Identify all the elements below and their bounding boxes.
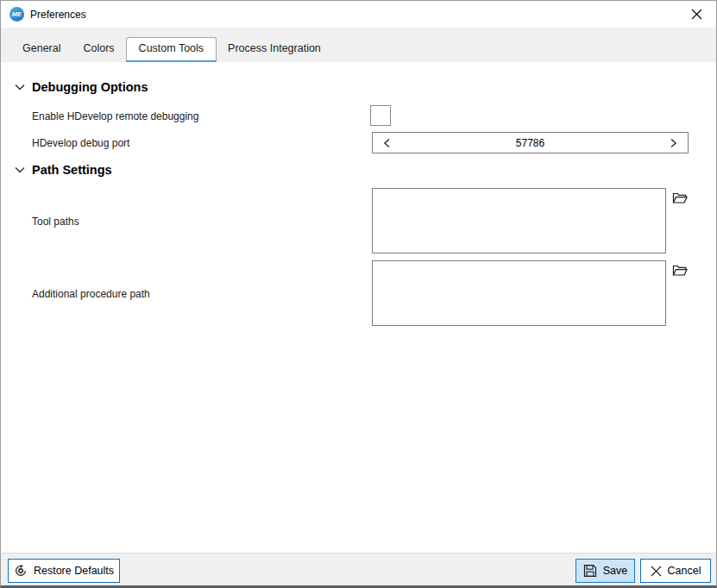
section-path-settings[interactable]: Path Settings (13, 163, 112, 177)
folder-open-icon (672, 191, 688, 205)
tab-bar: General Colors Custom Tools Process Inte… (1, 28, 716, 62)
window-title: Preferences (30, 9, 86, 21)
save-label: Save (603, 565, 628, 577)
chevron-down-icon (13, 163, 27, 177)
tab-custom-tools[interactable]: Custom Tools (126, 37, 217, 62)
tab-colors[interactable]: Colors (72, 37, 125, 62)
remote-debugging-checkbox[interactable] (370, 105, 391, 126)
preferences-dialog: ME Preferences General Colors Custom Too… (0, 0, 717, 588)
title-bar: ME Preferences (1, 1, 716, 28)
tab-process-integration[interactable]: Process Integration (217, 37, 332, 62)
debug-port-spinner[interactable]: 57786 (372, 132, 689, 153)
debug-port-value[interactable]: 57786 (402, 137, 658, 149)
restore-defaults-icon (14, 564, 28, 578)
tool-paths-browse-button[interactable] (671, 191, 689, 206)
close-icon (691, 9, 702, 20)
dialog-footer: Restore Defaults Save Cancel (1, 553, 716, 586)
cancel-label: Cancel (668, 565, 701, 577)
tab-panel-custom-tools: Debugging Options Enable HDevelop remote… (1, 62, 716, 553)
additional-procedure-path-label: Additional procedure path (32, 288, 150, 300)
folder-open-icon (672, 264, 688, 278)
cancel-x-icon (651, 566, 662, 577)
debug-port-label: HDevelop debug port (32, 137, 129, 149)
tab-general[interactable]: General (11, 37, 72, 62)
save-button[interactable]: Save (575, 559, 635, 583)
chevron-down-icon (13, 80, 27, 94)
section-debugging-options[interactable]: Debugging Options (13, 80, 148, 94)
chevron-left-icon (381, 137, 393, 149)
spin-increment-button[interactable] (658, 133, 688, 153)
save-icon (583, 564, 597, 578)
spin-decrement-button[interactable] (373, 133, 402, 153)
tool-paths-label: Tool paths (32, 216, 79, 228)
restore-defaults-button[interactable]: Restore Defaults (8, 559, 120, 583)
section-title: Debugging Options (32, 80, 148, 94)
chevron-right-icon (667, 137, 679, 149)
cancel-button[interactable]: Cancel (640, 559, 711, 583)
additional-procedure-path-input[interactable] (372, 260, 666, 326)
app-logo-icon: ME (9, 7, 24, 22)
restore-defaults-label: Restore Defaults (34, 565, 114, 577)
additional-procedure-path-browse-button[interactable] (671, 263, 689, 278)
section-title: Path Settings (32, 163, 112, 177)
close-button[interactable] (676, 1, 716, 28)
tool-paths-input[interactable] (372, 188, 666, 253)
remote-debugging-label: Enable HDevelop remote debugging (32, 110, 198, 122)
